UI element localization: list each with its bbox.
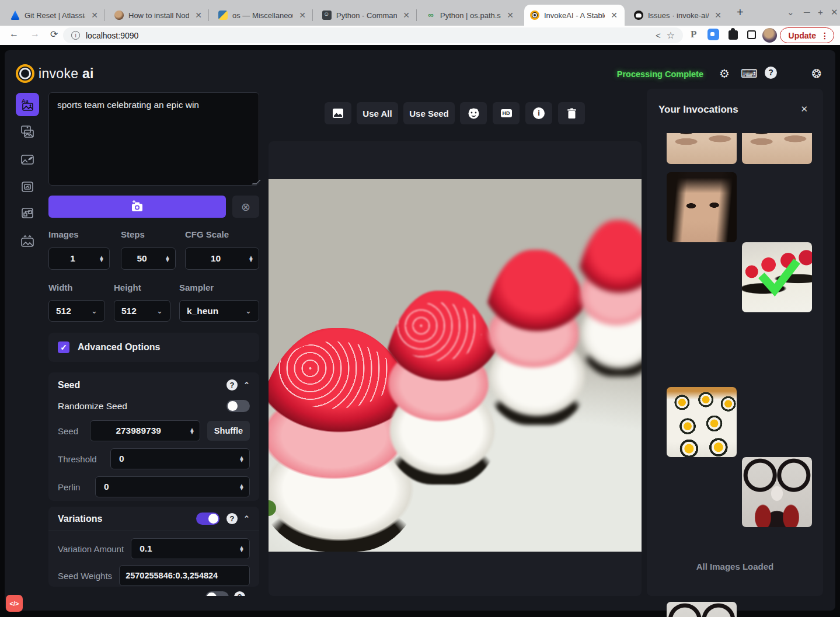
share-icon[interactable]: <	[656, 30, 661, 40]
stepper-icon[interactable]: ▲▼	[187, 428, 200, 434]
sampler-select[interactable]: k_heun⌄	[179, 300, 259, 322]
steps-input[interactable]: 50 ▲▼	[121, 248, 176, 270]
collapse-chevron-icon[interactable]: ⌃	[243, 514, 250, 523]
images-input[interactable]: 1 ▲▼	[48, 248, 110, 270]
help-icon[interactable]: ?	[765, 67, 777, 79]
tab-close-icon[interactable]: ✕	[90, 11, 99, 20]
cancel-button[interactable]: ⊗	[232, 196, 259, 218]
randomize-seed-toggle[interactable]	[226, 400, 250, 412]
thumbnail[interactable]	[667, 602, 737, 617]
extension-camera-icon[interactable]	[707, 29, 719, 40]
extension-p-icon[interactable]: P	[691, 29, 696, 40]
help-icon[interactable]: ?	[226, 513, 238, 524]
advanced-options-checkbox[interactable]: ✓	[58, 341, 69, 353]
variations-toggle[interactable]	[196, 513, 219, 525]
cfg-scale-input[interactable]: 10 ▲▼	[185, 248, 259, 270]
stepper-icon[interactable]: ▲▼	[246, 256, 259, 262]
thumbnail[interactable]	[742, 457, 812, 527]
seed-input[interactable]: 273989739 ▲▼	[90, 420, 200, 441]
tab-close-icon[interactable]: ✕	[402, 11, 411, 20]
window-close-button[interactable]: ✕	[831, 7, 838, 18]
theme-icon[interactable]: ❂	[810, 67, 824, 81]
variation-amount-input[interactable]: 0.1 ▲▼	[131, 538, 250, 559]
collapse-chevron-icon[interactable]: ⌃	[243, 381, 250, 389]
invoke-button[interactable]	[48, 196, 226, 218]
tab-close-icon[interactable]: ✕	[713, 11, 723, 20]
perlin-input[interactable]: 0 ▲▼	[95, 476, 250, 497]
thumbnail[interactable]	[742, 133, 812, 164]
width-select[interactable]: 512⌄	[48, 300, 105, 322]
stepper-icon[interactable]: ▲▼	[236, 456, 249, 462]
window-maximize-button[interactable]: +	[818, 7, 823, 17]
tab-install-node[interactable]: How to install Nod ✕	[109, 5, 209, 26]
tab-close-icon[interactable]: ✕	[506, 11, 515, 20]
tab-nodes[interactable]	[16, 201, 39, 225]
profile-avatar[interactable]	[762, 28, 777, 43]
tab-os-misc[interactable]: os — Miscellaneou ✕	[212, 5, 313, 26]
tab-close-icon[interactable]: ✕	[194, 11, 203, 20]
variations-header[interactable]: Variations ? ⌃	[48, 507, 259, 531]
delete-image-button[interactable]	[558, 102, 585, 124]
nodes-icon	[20, 206, 34, 220]
seed-weights-input[interactable]: 2570255846:0.3,254824	[119, 565, 250, 586]
stepper-icon[interactable]: ▲▼	[162, 256, 175, 262]
toggle[interactable]	[205, 591, 229, 596]
dev-console-button[interactable]: </>	[6, 595, 23, 612]
tab-git-reset[interactable]: Git Reset | Atlassia ✕	[5, 5, 105, 26]
tab-os-path[interactable]: ∞ Python | os.path.sp ✕	[420, 5, 521, 26]
stepper-icon[interactable]: ▲▼	[236, 484, 249, 490]
window-minimize-button[interactable]: ─	[804, 7, 810, 17]
outpainting-icon	[20, 180, 34, 194]
seed-header[interactable]: Seed ? ⌃	[48, 372, 259, 391]
bookmark-star-icon[interactable]: ☆	[667, 30, 675, 41]
help-icon[interactable]: ?	[234, 591, 245, 596]
shuffle-button[interactable]: Shuffle	[207, 421, 250, 441]
tab-close-icon[interactable]: ✕	[609, 11, 619, 20]
tab-outpainting[interactable]	[16, 175, 39, 198]
tab-text-to-image[interactable]: Aa	[16, 93, 39, 116]
image-info-button[interactable]: i	[525, 102, 552, 124]
tab-python-command[interactable]: Python - Command ✕	[316, 5, 417, 26]
use-seed-button[interactable]: Use Seed	[403, 102, 455, 124]
show-image-details-button[interactable]	[325, 102, 351, 124]
stepper-icon[interactable]: ▲▼	[236, 546, 249, 552]
face-icon	[468, 107, 480, 120]
thumbnail[interactable]	[667, 387, 737, 457]
tab-post-processing[interactable]	[16, 230, 39, 253]
help-icon[interactable]: ?	[226, 379, 238, 391]
current-image-strawberry-sushi[interactable]	[269, 179, 642, 552]
tab-image-to-image[interactable]	[16, 120, 39, 144]
hotkeys-keyboard-icon[interactable]: ⌨	[741, 67, 755, 81]
chrome-update-button[interactable]: Update ⋮	[780, 27, 834, 43]
thumbnail[interactable]	[667, 133, 737, 164]
extensions-puzzle-icon[interactable]	[729, 30, 738, 40]
tab-close-icon[interactable]: ✕	[298, 11, 307, 20]
variation-amount-row: Variation Amount 0.1 ▲▼	[48, 531, 259, 559]
variation-amount-label: Variation Amount	[58, 544, 124, 554]
site-info-icon[interactable]: i	[71, 31, 80, 40]
restore-faces-button[interactable]	[460, 102, 487, 124]
stepper-icon[interactable]: ▲▼	[96, 256, 109, 262]
tab-search-chevron-icon[interactable]: ⌄	[787, 7, 794, 18]
thumbnail[interactable]	[667, 172, 737, 242]
extension-window-icon[interactable]	[747, 30, 756, 39]
height-select[interactable]: 512⌄	[114, 300, 170, 322]
thumbnail-current-image[interactable]	[742, 242, 812, 312]
tab-github-issues[interactable]: Issues · invoke-ai/In ✕	[628, 5, 729, 26]
threshold-input[interactable]: 0 ▲▼	[110, 448, 250, 469]
settings-gear-icon[interactable]: ⚙	[717, 67, 731, 81]
randomize-seed-row: Randomize Seed	[48, 391, 259, 412]
prompt-input[interactable]: sports team celebrating an epic win	[48, 92, 259, 186]
new-tab-button[interactable]: +	[737, 6, 744, 19]
forward-icon[interactable]: →	[30, 29, 40, 39]
menu-dots-icon[interactable]: ⋮	[821, 31, 829, 40]
back-icon[interactable]: ←	[9, 29, 19, 39]
address-bar[interactable]: i localhost:9090 < ☆	[63, 27, 683, 43]
url-text[interactable]: localhost:9090	[86, 31, 650, 40]
use-all-button[interactable]: Use All	[357, 102, 398, 124]
upscale-button[interactable]: HD	[493, 102, 520, 124]
tab-inpainting[interactable]	[16, 148, 39, 171]
close-gallery-icon[interactable]: ✕	[800, 104, 808, 114]
reload-icon[interactable]: ⟳	[50, 29, 58, 40]
tab-invokeai-active[interactable]: InvokeAI - A Stable ✕	[524, 5, 625, 26]
